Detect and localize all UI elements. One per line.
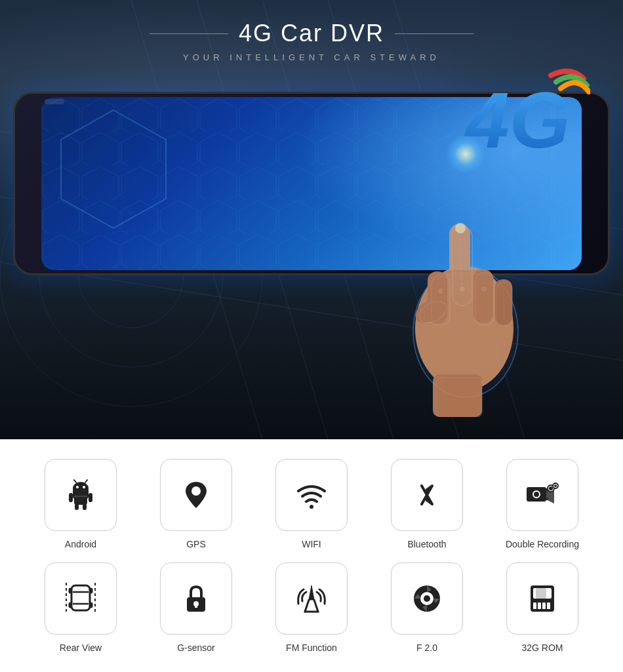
svg-rect-66	[69, 588, 71, 593]
hero-section: 4G Car DVR YOUR INTELLIGENT CAR STEWARD …	[0, 0, 623, 439]
svg-line-74	[305, 600, 309, 612]
feature-32g-rom: 32G ROM	[488, 563, 597, 653]
svg-point-38	[76, 486, 79, 488]
feature-wifi: WIFI	[257, 459, 366, 549]
gps-icon-box	[160, 459, 232, 531]
svg-point-53	[534, 492, 539, 497]
svg-rect-44	[89, 493, 92, 502]
svg-rect-32	[495, 279, 512, 325]
bluetooth-icon-box	[391, 459, 463, 531]
hand-pointer-svg	[361, 188, 571, 417]
features-section: Android GPS WIFI	[0, 439, 623, 672]
rear-view-icon	[62, 580, 99, 617]
hex-left	[48, 104, 179, 235]
svg-rect-69	[90, 603, 92, 608]
svg-rect-84	[542, 603, 546, 609]
svg-rect-42	[74, 493, 87, 505]
svg-rect-43	[69, 493, 73, 502]
svg-rect-83	[538, 603, 541, 609]
wifi-icon-box	[275, 459, 348, 531]
svg-rect-85	[547, 603, 550, 609]
hero-title-area: 4G Car DVR YOUR INTELLIGENT CAR STEWARD	[0, 20, 623, 62]
svg-point-58	[549, 486, 553, 490]
svg-rect-67	[90, 588, 92, 593]
android-icon-box	[45, 459, 117, 531]
svg-point-60	[554, 484, 557, 487]
svg-marker-73	[309, 585, 314, 600]
double-recording-icon-box	[506, 459, 578, 531]
svg-point-49	[310, 505, 313, 509]
svg-rect-34	[433, 374, 482, 417]
main-title: 4G Car DVR	[239, 20, 384, 47]
f20-label: F 2.0	[416, 642, 437, 653]
g-sensor-icon-box	[160, 563, 232, 635]
touch-glow	[446, 134, 485, 174]
g-sensor-icon	[178, 580, 214, 617]
title-dash-left	[150, 33, 228, 34]
svg-rect-68	[69, 603, 71, 608]
android-icon	[62, 477, 99, 513]
32g-rom-icon-box	[506, 563, 578, 635]
svg-rect-45	[75, 504, 79, 510]
hero-subtitle: YOUR INTELLIGENT CAR STEWARD	[0, 52, 623, 62]
feature-android: Android	[26, 459, 135, 549]
svg-line-41	[85, 480, 87, 483]
feature-g-sensor: G-sensor	[142, 563, 251, 653]
gps-label: GPS	[186, 539, 206, 549]
svg-rect-29	[449, 224, 470, 306]
android-label: Android	[65, 539, 96, 549]
svg-rect-72	[195, 604, 197, 608]
rear-view-label: Rear View	[60, 642, 102, 653]
svg-line-75	[314, 600, 318, 612]
wifi-label: WIFI	[302, 539, 321, 549]
fm-function-label: FM Function	[286, 642, 337, 653]
bluetooth-icon	[409, 477, 445, 513]
fm-function-icon	[293, 580, 330, 617]
title-line: 4G Car DVR	[0, 20, 623, 47]
double-recording-icon	[524, 477, 561, 513]
feature-fm-function: FM Function	[257, 563, 366, 653]
title-dash-right	[395, 33, 473, 34]
feature-bluetooth: Bluetooth	[372, 459, 481, 549]
svg-point-48	[191, 486, 201, 496]
svg-line-40	[74, 480, 76, 483]
rear-view-icon-box	[45, 563, 117, 635]
svg-point-78	[424, 595, 430, 602]
svg-rect-61	[71, 585, 90, 610]
32g-rom-icon	[524, 580, 561, 617]
feature-rear-view: Rear View	[26, 563, 135, 653]
svg-rect-82	[533, 603, 536, 609]
f20-icon-box	[391, 563, 463, 635]
svg-point-39	[83, 486, 85, 488]
svg-rect-30	[473, 269, 493, 323]
wifi-icon	[293, 477, 330, 513]
fm-function-icon-box	[275, 563, 348, 635]
32g-rom-label: 32G ROM	[521, 642, 563, 653]
svg-rect-81	[536, 588, 546, 599]
svg-rect-46	[83, 504, 87, 510]
mirror-reflection	[45, 99, 64, 104]
feature-f20: F 2.0	[372, 563, 481, 653]
svg-point-35	[455, 223, 466, 233]
g-sensor-label: G-sensor	[177, 642, 215, 653]
hand-pointer-area	[361, 188, 571, 420]
svg-marker-14	[61, 110, 166, 228]
feature-double-recording: Double Recording	[488, 459, 597, 549]
f20-icon	[409, 580, 445, 617]
gps-icon	[178, 477, 214, 513]
double-recording-label: Double Recording	[506, 539, 579, 549]
bluetooth-label: Bluetooth	[407, 539, 446, 549]
feature-gps: GPS	[142, 459, 251, 549]
